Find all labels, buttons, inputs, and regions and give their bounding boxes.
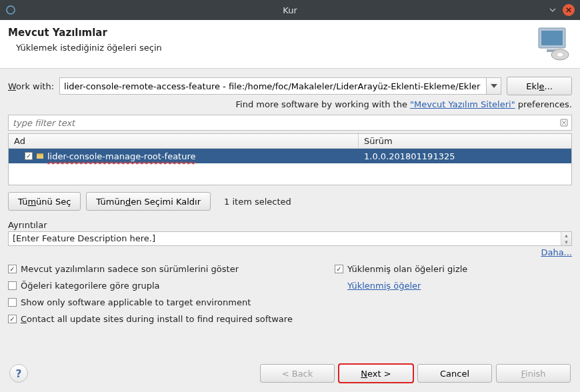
- row-version: 1.0.0.201801191325: [359, 151, 571, 161]
- option-target[interactable]: Show only software applicable to target …: [8, 297, 308, 307]
- help-button[interactable]: ?: [9, 364, 28, 383]
- available-sites-link[interactable]: "Mevcut Yazılım Siteleri": [410, 99, 515, 109]
- selection-status: 1 item selected: [224, 197, 291, 207]
- clear-filter-icon[interactable]: [559, 117, 569, 128]
- tree-header: Ad Sürüm: [9, 134, 571, 149]
- details-description: [Enter Feature Description here.]: [9, 232, 561, 245]
- details-scrollbar[interactable]: ▴▾: [561, 232, 571, 245]
- filter-input[interactable]: [8, 115, 572, 131]
- cancel-button[interactable]: Cancel: [417, 364, 492, 383]
- add-site-button[interactable]: Ekle...: [507, 77, 572, 95]
- checkbox-icon[interactable]: [8, 281, 17, 290]
- window-title: Kur: [283, 5, 297, 15]
- option-contact[interactable]: Contact all update sites during install …: [8, 314, 308, 324]
- table-row[interactable]: ✓ lider-console-manage-root-feature 1.0.…: [9, 149, 571, 163]
- option-hide-installed[interactable]: Yüklenmiş olan öğeleri gizle: [335, 264, 467, 274]
- close-icon[interactable]: [563, 4, 575, 16]
- row-name: lider-console-manage-root-feature: [47, 151, 196, 161]
- workwith-label: Work with:: [8, 81, 54, 91]
- column-version[interactable]: Sürüm: [359, 134, 571, 148]
- findmore-text: Find more software by working with the "…: [8, 99, 572, 109]
- maximize-icon[interactable]: [548, 5, 557, 15]
- wizard-header: Mevcut Yazılımlar Yüklemek istediğiniz ö…: [0, 20, 580, 69]
- software-tree[interactable]: Ad Sürüm ✓ lider-console-manage-root-fea…: [8, 133, 572, 185]
- svg-point-0: [7, 6, 15, 14]
- checkbox-icon[interactable]: [8, 298, 17, 307]
- column-name[interactable]: Ad: [9, 134, 359, 148]
- titlebar: Kur: [0, 0, 580, 20]
- option-latest[interactable]: Mevcut yazılımların sadece son sürümleri…: [8, 264, 308, 274]
- svg-point-5: [557, 53, 563, 57]
- more-link[interactable]: Daha...: [541, 247, 572, 257]
- row-checkbox-icon[interactable]: ✓: [25, 152, 33, 160]
- details-label: Ayrıntılar: [8, 220, 572, 230]
- page-subtitle: Yüklemek istediğiniz öğeleri seçin: [8, 43, 162, 53]
- page-title: Mevcut Yazılımlar: [8, 27, 162, 39]
- installed-link[interactable]: Yüklenmiş öğeler: [347, 281, 421, 291]
- back-button: < Back: [260, 364, 335, 383]
- feature-icon: [35, 151, 45, 161]
- checkbox-icon[interactable]: [335, 265, 343, 273]
- next-button[interactable]: Next >: [339, 364, 413, 383]
- app-menu-icon[interactable]: [5, 5, 16, 15]
- svg-rect-8: [37, 153, 43, 155]
- checkbox-icon[interactable]: [8, 315, 17, 323]
- finish-button: Finish: [496, 364, 571, 383]
- deselect-all-button[interactable]: Tümünden Seçimi Kaldır: [86, 192, 211, 211]
- install-icon: [535, 27, 572, 61]
- option-group[interactable]: Öğeleri kategorilere göre grupla: [8, 281, 308, 291]
- checkbox-icon[interactable]: [8, 265, 17, 273]
- details-box: [Enter Feature Description here.] ▴▾: [8, 231, 572, 246]
- tree-blank: [9, 163, 571, 185]
- workwith-input[interactable]: [59, 77, 487, 95]
- svg-rect-2: [541, 31, 563, 45]
- select-all-button[interactable]: Tümünü Seç: [8, 192, 81, 211]
- workwith-dropdown-icon[interactable]: [487, 77, 501, 95]
